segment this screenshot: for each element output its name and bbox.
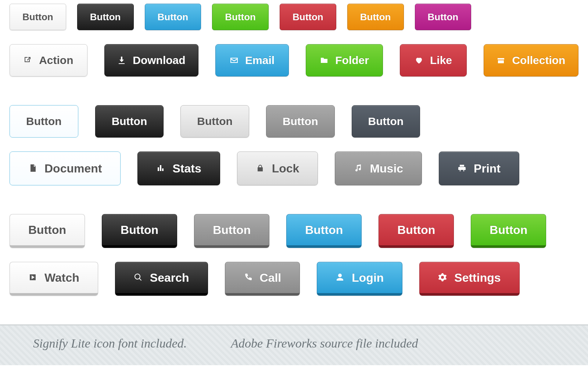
button-label: Button: [158, 11, 189, 23]
play-icon: [28, 273, 38, 282]
button-label: Button: [397, 223, 435, 237]
document-button[interactable]: Document: [10, 152, 121, 185]
button-label: Button: [283, 115, 318, 128]
mail-icon: [230, 56, 239, 65]
button-orange[interactable]: Button: [347, 4, 404, 30]
call-button[interactable]: Call: [225, 262, 300, 296]
button-label: Login: [352, 271, 384, 285]
button-black[interactable]: Button: [95, 105, 164, 138]
button-row-2: Action Download Email Folder Like Collec…: [10, 44, 578, 76]
gear-icon: [438, 273, 448, 282]
button-white[interactable]: Button: [10, 4, 66, 30]
music-icon: [354, 164, 363, 173]
collection-button[interactable]: Collection: [484, 44, 578, 76]
like-button[interactable]: Like: [400, 44, 467, 76]
lock-icon: [256, 164, 265, 173]
print-button[interactable]: Print: [439, 152, 519, 185]
button-label: Button: [121, 223, 158, 237]
button-label: Button: [305, 223, 343, 237]
button-label: Button: [368, 115, 404, 128]
search-button[interactable]: Search: [115, 262, 208, 296]
settings-button[interactable]: Settings: [419, 262, 519, 296]
user-icon: [336, 273, 345, 282]
button-row-5: Button Button Button Button Button Butto…: [10, 214, 578, 248]
button-red[interactable]: Button: [280, 4, 336, 30]
music-button[interactable]: Music: [335, 152, 422, 185]
button-label: Folder: [335, 54, 369, 67]
button-label: Settings: [454, 271, 501, 285]
button-gray[interactable]: Button: [266, 105, 335, 138]
button-gray-raised[interactable]: Button: [194, 214, 269, 248]
button-green[interactable]: Button: [212, 4, 269, 30]
lock-button[interactable]: Lock: [237, 152, 318, 185]
external-icon: [24, 56, 32, 65]
folder-button[interactable]: Folder: [306, 44, 383, 76]
box-icon: [496, 56, 505, 65]
button-label: Music: [370, 162, 403, 175]
footer-note-right: Adobe Fireworks source file included: [231, 337, 418, 350]
email-button[interactable]: Email: [215, 44, 289, 76]
footer: Signify Lite icon font included. Adobe F…: [0, 324, 588, 365]
folder-icon: [320, 56, 329, 65]
button-row-3: Button Button Button Button Button: [10, 105, 578, 138]
button-label: Button: [490, 223, 527, 237]
button-row-4: Document Stats Lock Music Print: [10, 152, 578, 185]
button-label: Download: [133, 54, 185, 67]
button-black-raised[interactable]: Button: [102, 214, 177, 248]
button-label: Lock: [272, 162, 300, 175]
button-label: Button: [90, 11, 121, 23]
button-outline[interactable]: Button: [10, 105, 78, 138]
button-label: Button: [197, 115, 233, 128]
button-label: Watch: [44, 271, 79, 285]
download-icon: [117, 56, 126, 65]
footer-note-left: Signify Lite icon font included.: [33, 337, 187, 350]
heart-icon: [415, 56, 423, 65]
download-button[interactable]: Download: [104, 44, 199, 76]
button-label: Button: [293, 11, 323, 23]
button-label: Document: [44, 162, 102, 175]
button-label: Search: [150, 271, 189, 285]
login-button[interactable]: Login: [317, 262, 402, 296]
button-label: Button: [428, 11, 459, 23]
print-icon: [458, 164, 467, 173]
watch-button[interactable]: Watch: [10, 262, 98, 296]
button-label: Button: [225, 11, 256, 23]
button-green-raised[interactable]: Button: [471, 214, 546, 248]
button-label: Call: [260, 271, 282, 285]
document-icon: [28, 164, 38, 173]
button-label: Button: [213, 223, 251, 237]
stats-icon: [156, 164, 166, 173]
button-label: Button: [112, 115, 147, 128]
button-row-6: Watch Search Call Login Settings: [10, 262, 578, 296]
button-label: Action: [39, 54, 73, 67]
button-white-raised[interactable]: Button: [10, 214, 85, 248]
button-label: Button: [28, 223, 66, 237]
search-icon: [134, 273, 143, 282]
button-label: Email: [245, 54, 275, 67]
button-blue-raised[interactable]: Button: [286, 214, 362, 248]
button-label: Button: [22, 11, 53, 23]
button-red-raised[interactable]: Button: [379, 214, 454, 248]
button-label: Print: [474, 162, 501, 175]
button-slate[interactable]: Button: [352, 105, 420, 138]
button-blue[interactable]: Button: [145, 4, 201, 30]
button-magenta[interactable]: Button: [415, 4, 472, 30]
action-button[interactable]: Action: [10, 44, 87, 76]
button-row-1: Button Button Button Button Button Butto…: [10, 4, 578, 30]
button-label: Button: [26, 115, 62, 128]
button-label: Collection: [512, 54, 565, 67]
button-label: Like: [430, 54, 452, 67]
stats-button[interactable]: Stats: [137, 152, 220, 185]
button-black[interactable]: Button: [77, 4, 134, 30]
phone-icon: [244, 273, 253, 282]
button-label: Button: [360, 11, 391, 23]
button-label: Stats: [172, 162, 201, 175]
button-lightgray[interactable]: Button: [180, 105, 249, 138]
